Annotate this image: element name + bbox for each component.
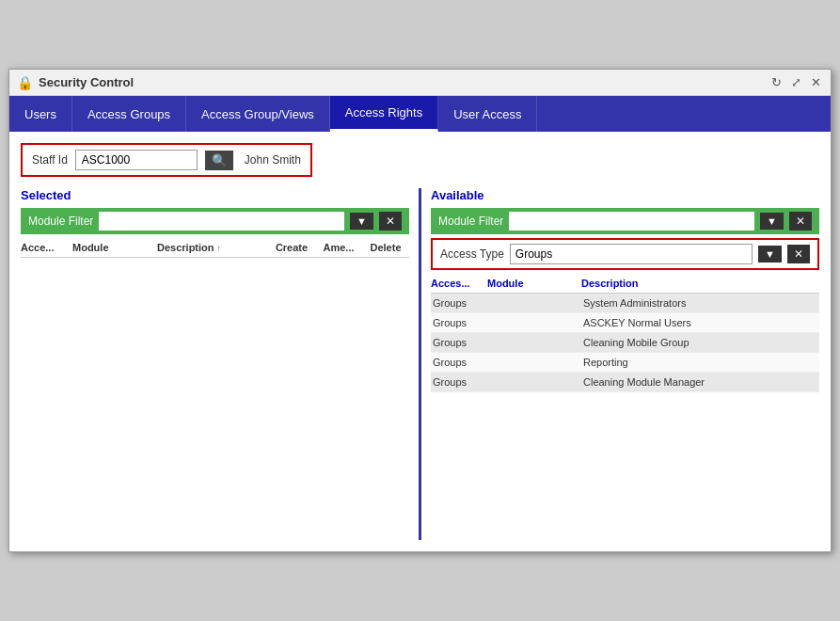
row-access: Groups	[431, 356, 487, 369]
row-module	[487, 296, 581, 310]
available-module-filter-row: Module Filter ▼ ✕	[431, 208, 819, 234]
content-area: Staff Id 🔍 John Smith Selected Module Fi…	[9, 132, 831, 551]
access-type-input[interactable]	[510, 244, 753, 264]
selected-table-body	[21, 258, 409, 540]
available-filter-clear-btn[interactable]: ✕	[789, 212, 812, 231]
tab-access-group-views[interactable]: Access Group/Views	[186, 96, 330, 132]
available-panel: Available Module Filter ▼ ✕ Access Type …	[421, 188, 819, 540]
selected-filter-label: Module Filter	[28, 215, 93, 228]
selected-filter-clear-btn[interactable]: ✕	[379, 212, 402, 231]
tab-users[interactable]: Users	[9, 96, 72, 132]
sort-indicator: ↑	[217, 244, 222, 253]
table-row[interactable]: Groups Cleaning Mobile Group	[431, 333, 819, 353]
row-description: Reporting	[581, 356, 819, 369]
available-col-access: Acces...	[431, 278, 487, 289]
selected-col-description[interactable]: Description ↑	[157, 242, 268, 253]
access-type-label: Access Type	[440, 247, 504, 261]
nav-bar: Users Access Groups Access Group/Views A…	[9, 96, 831, 132]
tab-access-rights[interactable]: Access Rights	[330, 96, 438, 132]
available-col-module: Module	[487, 278, 581, 289]
row-module	[487, 336, 581, 349]
title-bar-controls: ↻ ⤢ ✕	[769, 75, 823, 89]
staff-name-display: John Smith	[245, 153, 301, 167]
staff-id-section: Staff Id 🔍 John Smith	[21, 143, 819, 177]
staff-id-input[interactable]	[75, 150, 198, 170]
window-title: Security Control	[39, 75, 134, 89]
row-access: Groups	[431, 375, 487, 389]
row-access: Groups	[431, 336, 487, 349]
available-table-body: Groups System Administrators Groups ASCK…	[431, 294, 819, 392]
row-module	[487, 316, 581, 329]
panels: Selected Module Filter ▼ ✕ Acce... Modul…	[21, 188, 819, 540]
staff-search-button[interactable]: 🔍	[205, 151, 233, 170]
row-description: ASCKEY Normal Users	[581, 316, 819, 329]
selected-heading: Selected	[21, 188, 409, 202]
selected-filter-input[interactable]	[99, 212, 344, 231]
tab-access-groups[interactable]: Access Groups	[72, 96, 186, 132]
staff-id-label: Staff Id	[32, 153, 68, 167]
available-table-header: Acces... Module Description	[431, 274, 819, 294]
access-type-clear-btn[interactable]: ✕	[787, 245, 810, 263]
selected-col-access: Acce...	[21, 242, 72, 253]
lock-icon: 🔒	[17, 75, 33, 90]
expand-button[interactable]: ⤢	[789, 75, 803, 89]
row-access: Groups	[431, 316, 487, 329]
selected-col-module: Module	[72, 242, 157, 253]
table-row[interactable]: Groups Reporting	[431, 353, 819, 373]
row-description: System Administrators	[581, 296, 819, 310]
available-heading: Available	[431, 188, 819, 202]
selected-table-header: Acce... Module Description ↑ Create Ame.…	[21, 238, 409, 258]
table-row[interactable]: Groups ASCKEY Normal Users	[431, 313, 819, 333]
available-filter-label: Module Filter	[438, 215, 503, 228]
access-type-dropdown-btn[interactable]: ▼	[758, 246, 782, 263]
row-description: Cleaning Module Manager	[581, 375, 819, 389]
available-col-description: Description	[581, 278, 819, 289]
selected-col-amend: Ame...	[315, 242, 362, 253]
table-row[interactable]: Groups Cleaning Module Manager	[431, 373, 819, 392]
row-module	[487, 356, 581, 369]
title-bar-left: 🔒 Security Control	[17, 75, 134, 90]
table-row[interactable]: Groups System Administrators	[431, 294, 819, 313]
selected-panel: Selected Module Filter ▼ ✕ Acce... Modul…	[21, 188, 421, 540]
selected-col-delete: Delete	[362, 242, 409, 253]
access-type-row: Access Type ▼ ✕	[431, 238, 819, 270]
close-button[interactable]: ✕	[809, 75, 823, 89]
selected-module-filter-row: Module Filter ▼ ✕	[21, 208, 409, 234]
row-module	[487, 375, 581, 389]
tab-user-access[interactable]: User Access	[438, 96, 537, 132]
row-description: Cleaning Mobile Group	[581, 336, 819, 349]
refresh-button[interactable]: ↻	[769, 75, 784, 89]
available-filter-input[interactable]	[509, 212, 754, 231]
main-window: 🔒 Security Control ↻ ⤢ ✕ Users Access Gr…	[8, 69, 832, 552]
row-access: Groups	[431, 296, 487, 310]
selected-filter-dropdown-btn[interactable]: ▼	[350, 213, 373, 230]
available-filter-dropdown-btn[interactable]: ▼	[760, 213, 784, 230]
title-bar: 🔒 Security Control ↻ ⤢ ✕	[9, 70, 831, 96]
staff-id-box: Staff Id 🔍 John Smith	[21, 143, 312, 177]
selected-col-create: Create	[268, 242, 315, 253]
